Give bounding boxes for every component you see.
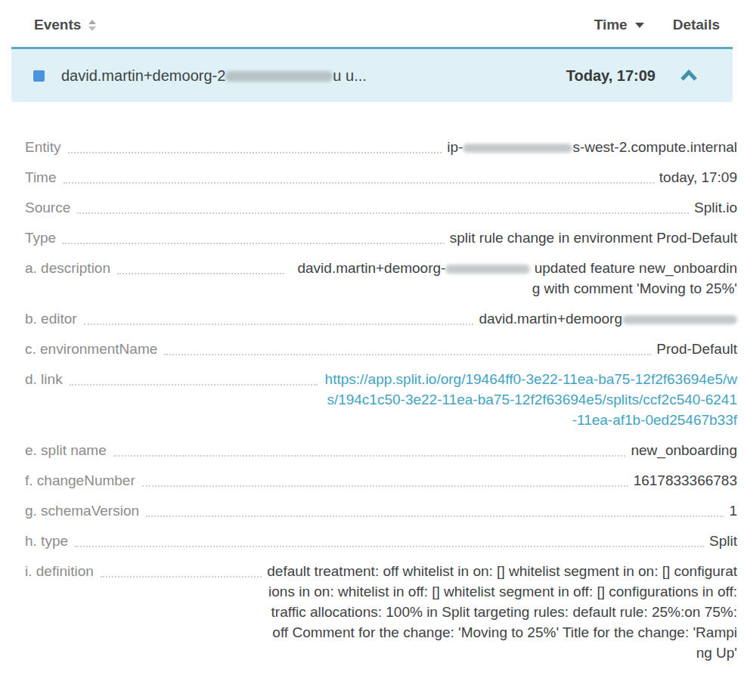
- value-prefix: ip-: [447, 139, 463, 155]
- detail-value: Split: [709, 531, 737, 551]
- sort-down-arrow-icon: [88, 26, 96, 31]
- detail-label: Time: [25, 167, 57, 187]
- events-column-label: Events: [34, 17, 81, 33]
- detail-label: b. editor: [25, 308, 77, 329]
- dotted-leader: [113, 440, 626, 457]
- detail-label: d. link: [25, 369, 63, 389]
- header-right: Time Details: [594, 17, 720, 33]
- event-title: david.martin+demoorg-2u u...: [61, 67, 566, 85]
- time-column-header[interactable]: Time: [594, 17, 644, 33]
- event-title-suffix: u u...: [333, 67, 366, 84]
- blue-square-icon: [33, 70, 45, 82]
- dotted-leader: [101, 561, 262, 578]
- detail-row-type-split: h. type Split: [25, 531, 737, 551]
- detail-link[interactable]: https://app.split.io/org/19464ff0-3e22-1…: [323, 369, 737, 430]
- detail-row-environment-name: c. environmentName Prod-Default: [25, 339, 737, 359]
- detail-label: Entity: [25, 137, 61, 157]
- detail-row-split-name: e. split name new_onboarding: [25, 440, 737, 460]
- detail-value: Split.io: [694, 197, 737, 218]
- detail-row-source: Source Split.io: [25, 197, 737, 218]
- dotted-leader: [146, 500, 724, 517]
- detail-label: e. split name: [25, 440, 107, 460]
- detail-value: 1617833366783: [634, 470, 737, 491]
- detail-value: ip-s-west-2.compute.internal: [447, 137, 737, 157]
- detail-value: new_onboarding: [631, 440, 737, 460]
- events-panel: Events Time Details david.martin+demoorg…: [0, 0, 744, 663]
- detail-row-editor: b. editor david.martin+demoorg: [25, 308, 737, 329]
- value-suffix: updated feature new_onboarding with comm…: [530, 260, 737, 296]
- detail-value: david.martin+demoorg- updated feature ne…: [290, 258, 737, 299]
- event-details: Entity ip-s-west-2.compute.internal Time…: [25, 137, 737, 663]
- redacted-text: [463, 144, 572, 153]
- detail-row-type: Type split rule change in environment Pr…: [25, 228, 737, 248]
- events-list-header: Events Time Details: [0, 0, 744, 47]
- dotted-leader: [84, 308, 474, 325]
- time-column-label: Time: [594, 17, 628, 33]
- redacted-text: [225, 71, 333, 82]
- dotted-leader: [164, 339, 651, 355]
- detail-label: h. type: [25, 531, 68, 551]
- detail-label: f. changeNumber: [25, 470, 135, 491]
- detail-row-time: Time today, 17:09: [25, 167, 737, 187]
- dotted-leader: [68, 137, 442, 153]
- value-prefix: david.martin+demoorg: [479, 311, 622, 327]
- sort-updown-icon[interactable]: [88, 20, 96, 31]
- detail-row-link: d. link https://app.split.io/org/19464ff…: [25, 369, 737, 430]
- value-prefix: david.martin+demoorg-: [297, 260, 445, 276]
- detail-row-change-number: f. changeNumber 1617833366783: [25, 470, 737, 491]
- detail-value: Prod-Default: [656, 339, 737, 359]
- detail-value: today, 17:09: [659, 167, 737, 187]
- detail-label: a. description: [25, 258, 110, 278]
- event-row[interactable]: david.martin+demoorg-2u u... Today, 17:0…: [11, 47, 733, 102]
- dotted-leader: [70, 369, 318, 386]
- chevron-up-icon[interactable]: [680, 70, 698, 82]
- detail-label: g. schemaVersion: [25, 500, 139, 521]
- detail-value: split rule change in environment Prod-De…: [450, 228, 737, 248]
- detail-row-description: a. description david.martin+demoorg- upd…: [25, 258, 737, 299]
- detail-value: default treatment: off whitelist in on: …: [267, 561, 737, 663]
- dotted-leader: [77, 197, 689, 214]
- detail-row-schema-version: g. schemaVersion 1: [25, 500, 737, 521]
- event-time: Today, 17:09: [566, 67, 656, 85]
- detail-label: Type: [25, 228, 56, 248]
- detail-label: c. environmentName: [25, 339, 157, 359]
- detail-label: i. definition: [25, 561, 94, 581]
- sort-up-arrow-icon: [88, 20, 96, 24]
- dotted-leader: [63, 228, 445, 244]
- triangle-down-icon: [635, 23, 644, 28]
- dotted-leader: [64, 167, 654, 184]
- detail-row-entity: Entity ip-s-west-2.compute.internal: [25, 137, 737, 157]
- events-column-header[interactable]: Events: [34, 17, 96, 33]
- detail-value: 1: [729, 500, 737, 521]
- redacted-text: [445, 265, 530, 274]
- dotted-leader: [117, 258, 284, 274]
- dotted-leader: [142, 470, 628, 487]
- redacted-text: [622, 315, 737, 324]
- detail-value: david.martin+demoorg: [479, 308, 737, 329]
- details-column-header[interactable]: Details: [673, 17, 720, 33]
- dotted-leader: [75, 531, 704, 547]
- value-suffix: s-west-2.compute.internal: [572, 139, 737, 155]
- detail-row-definition: i. definition default treatment: off whi…: [25, 561, 737, 663]
- detail-label: Source: [25, 197, 70, 218]
- event-title-prefix: david.martin+demoorg-2: [61, 67, 225, 84]
